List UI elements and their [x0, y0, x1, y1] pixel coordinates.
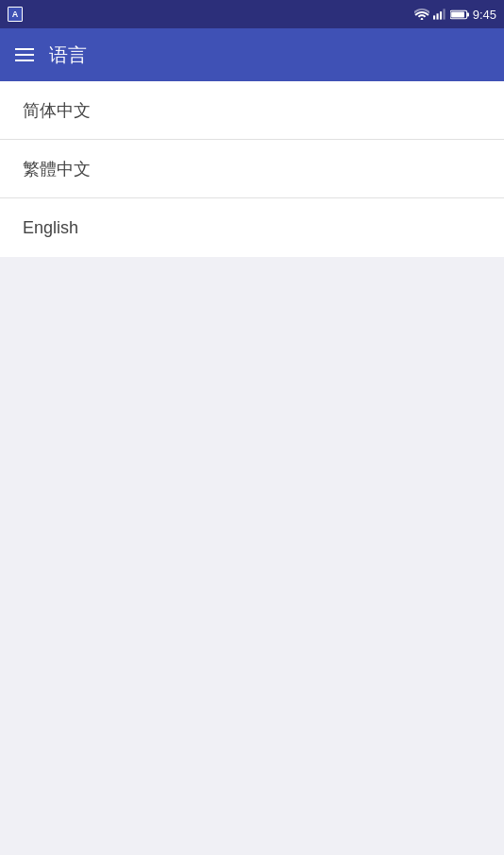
app-icon: A [8, 7, 23, 22]
content-area [0, 257, 504, 855]
svg-point-0 [420, 18, 423, 20]
language-item-english[interactable]: English [0, 198, 504, 257]
status-bar-left: A [8, 7, 23, 22]
status-time: 9:45 [473, 8, 496, 22]
language-list: 简体中文 繁體中文 English [0, 81, 504, 257]
language-label-simplified-chinese: 简体中文 [23, 99, 91, 122]
svg-rect-6 [466, 12, 468, 16]
wifi-icon [414, 9, 429, 20]
app-bar: 语言 [0, 28, 504, 81]
svg-rect-2 [436, 13, 438, 19]
signal-icon [433, 9, 446, 20]
page-title: 语言 [49, 43, 87, 68]
svg-rect-4 [443, 9, 445, 19]
battery-icon [450, 9, 469, 20]
language-label-english: English [23, 218, 78, 238]
svg-rect-7 [451, 11, 464, 17]
svg-rect-1 [433, 15, 435, 19]
status-bar: A [0, 0, 504, 28]
language-label-traditional-chinese: 繁體中文 [23, 158, 91, 180]
language-item-traditional-chinese[interactable]: 繁體中文 [0, 140, 504, 198]
menu-icon[interactable] [15, 48, 34, 61]
svg-rect-3 [440, 11, 442, 19]
language-item-simplified-chinese[interactable]: 简体中文 [0, 81, 504, 140]
app-icon-letter: A [12, 9, 19, 19]
status-bar-right: 9:45 [414, 8, 496, 22]
